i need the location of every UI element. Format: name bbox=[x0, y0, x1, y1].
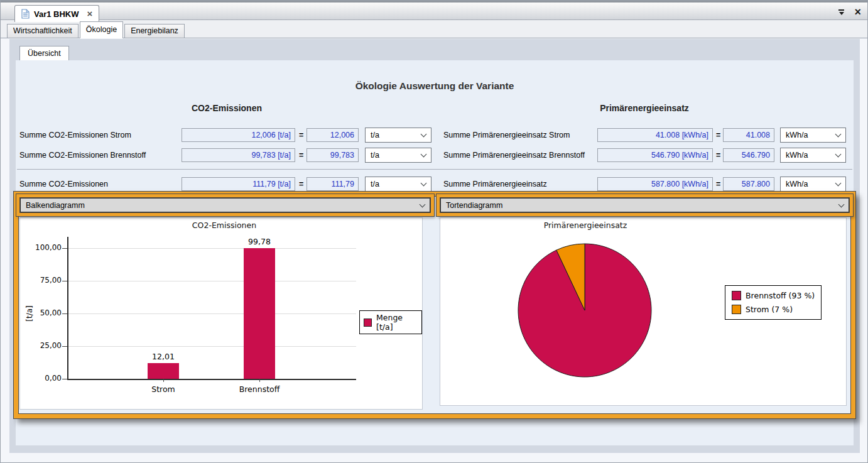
window-close-icon[interactable]: × bbox=[854, 8, 861, 16]
pie-chart-panel: Primärenergieeinsatz Brennstoff (93 %)St… bbox=[440, 217, 847, 406]
pie-chart bbox=[518, 243, 652, 378]
x-category-label: Brennstoff bbox=[222, 384, 297, 394]
document-tab-title: Var1 BHKW bbox=[34, 9, 79, 19]
y-tick-mark bbox=[62, 248, 67, 249]
tab-wirtschaftlichkeit[interactable]: Wirtschaftlichkeit bbox=[7, 24, 79, 38]
sum-separator-line bbox=[17, 169, 852, 170]
y-tick-mark bbox=[62, 313, 67, 314]
x-tick-mark bbox=[259, 379, 260, 382]
equals-sign: = bbox=[299, 128, 303, 143]
co2-strom-unit-select[interactable]: t/a bbox=[365, 128, 431, 143]
pie-chart-title: Primärenergieeinsatz bbox=[440, 221, 730, 230]
gridline bbox=[67, 248, 356, 249]
y-tick-mark bbox=[62, 379, 67, 379]
pe-row-strom-label: Summe Primärenergieeinsatz Strom bbox=[443, 128, 570, 143]
co2-strom-value-with-unit-field[interactable]: 12,006 [t/a] bbox=[182, 128, 295, 142]
pe-strom-unit-select[interactable]: kWh/a bbox=[780, 128, 846, 143]
pe-row-brennstoff-label: Summe Primärenergieeinsatz Brennstoff bbox=[443, 148, 585, 163]
y-tick-mark bbox=[62, 346, 67, 347]
co2-summe-unit-select[interactable]: t/a bbox=[365, 177, 431, 192]
x-category-label: Strom bbox=[126, 384, 201, 394]
bar-value-label: 99,78 bbox=[234, 237, 285, 246]
equals-sign: = bbox=[299, 177, 303, 192]
y-axis-label: [t/a] bbox=[25, 276, 34, 351]
document-tab-close-icon[interactable]: × bbox=[87, 10, 93, 18]
unit-select-value: kWh/a bbox=[786, 180, 808, 188]
pe-strom-value-field[interactable]: 41.008 bbox=[723, 128, 774, 142]
y-tick-label: 100,00 bbox=[25, 243, 62, 252]
chart-type-select-right[interactable]: Tortendiagramm bbox=[440, 198, 849, 212]
co2-brennstoff-value-field[interactable]: 99,783 bbox=[307, 148, 359, 162]
chevron-down-icon bbox=[421, 180, 427, 187]
co2-summe-value-with-unit-field[interactable]: 111,79 [t/a] bbox=[182, 177, 295, 191]
co2-section-heading: CO2-Emissionen bbox=[16, 103, 438, 113]
chevron-down-icon bbox=[835, 151, 842, 158]
bar-strom bbox=[148, 363, 179, 379]
co2-row-summe-label: Summe CO2-Emissionen bbox=[19, 177, 108, 192]
unit-select-value: t/a bbox=[371, 180, 379, 188]
unit-select-value: kWh/a bbox=[786, 131, 808, 139]
pe-summe-unit-select[interactable]: kWh/a bbox=[780, 177, 846, 192]
titlebar-icons: × bbox=[838, 8, 861, 16]
legend-entry: Strom (7 %) bbox=[732, 305, 815, 314]
legend-label: Menge [t/a] bbox=[376, 313, 418, 332]
document-tab[interactable]: Var1 BHKW × bbox=[14, 5, 99, 22]
co2-row-strom-label: Summe CO2-Emissionen Strom bbox=[19, 128, 131, 143]
co2-brennstoff-value-with-unit-field[interactable]: 99,783 [t/a] bbox=[182, 148, 295, 162]
document-tab-bar: Var1 BHKW × × bbox=[1, 1, 868, 20]
page-title: Ökologie Auswertung der Variante bbox=[16, 80, 854, 92]
tab-energiebilanz[interactable]: Energiebilanz bbox=[124, 24, 185, 38]
gridline bbox=[67, 346, 356, 347]
co2-row-brennstoff-label: Summe CO2-Emissionen Brennstoff bbox=[19, 148, 146, 163]
legend-label: Brennstoff (93 %) bbox=[746, 291, 815, 300]
chart-type-select-left-value: Balkendiagramm bbox=[26, 201, 85, 210]
pe-brennstoff-value-field[interactable]: 546.790 bbox=[723, 148, 774, 162]
legend-entry: Brennstoff (93 %) bbox=[732, 291, 815, 300]
legend-swatch bbox=[364, 319, 372, 327]
equals-sign: = bbox=[716, 128, 720, 143]
equals-sign: = bbox=[716, 177, 720, 192]
legend-entry: Menge [t/a] bbox=[364, 313, 418, 332]
pe-brennstoff-unit-select[interactable]: kWh/a bbox=[780, 148, 846, 163]
chevron-down-icon bbox=[421, 131, 427, 138]
co2-brennstoff-unit-select[interactable]: t/a bbox=[365, 148, 431, 163]
chevron-down-icon bbox=[421, 151, 427, 158]
unit-select-value: t/a bbox=[371, 131, 379, 139]
gridline bbox=[67, 313, 356, 314]
pe-row-summe-label: Summe Primärenergieeinsatz bbox=[443, 177, 547, 192]
bar-value-label: 12,01 bbox=[138, 352, 188, 361]
pe-summe-value-with-unit-field[interactable]: 587.800 [kWh/a] bbox=[597, 177, 713, 191]
y-tick-mark bbox=[62, 281, 67, 281]
tab-oekologie[interactable]: Ökologie bbox=[80, 21, 123, 38]
x-axis-line bbox=[67, 379, 356, 380]
x-tick-mark bbox=[163, 379, 164, 382]
unit-select-value: kWh/a bbox=[786, 151, 808, 160]
document-icon bbox=[21, 9, 30, 19]
equals-sign: = bbox=[716, 148, 720, 163]
chart-type-select-right-value: Tortendiagramm bbox=[446, 201, 502, 210]
bar-brennstoff bbox=[244, 248, 275, 379]
tab-bar: Wirtschaftlichkeit Ökologie Energiebilan… bbox=[1, 20, 868, 38]
legend-swatch bbox=[732, 305, 741, 314]
primary-energy-section-heading: Primärenergieeinsatz bbox=[434, 103, 855, 113]
bar-chart-legend: Menge [t/a] bbox=[359, 310, 422, 334]
pe-strom-value-with-unit-field[interactable]: 41.008 [kWh/a] bbox=[597, 128, 713, 142]
application-window: Var1 BHKW × × Wirtschaftlichkeit Ökologi… bbox=[0, 0, 868, 463]
window-menu-icon[interactable] bbox=[838, 9, 844, 15]
equals-sign: = bbox=[299, 148, 303, 163]
pe-summe-value-field[interactable]: 587.800 bbox=[723, 177, 774, 191]
chevron-down-icon bbox=[835, 180, 842, 187]
tab-uebersicht[interactable]: Übersicht bbox=[19, 46, 69, 60]
pie-chart-legend: Brennstoff (93 %)Strom (7 %) bbox=[725, 285, 822, 320]
bar-chart-panel: CO2-Emissionen 0,0025,0050,0075,00100,00… bbox=[19, 217, 423, 410]
chevron-down-icon bbox=[835, 131, 842, 138]
legend-label: Strom (7 %) bbox=[746, 305, 793, 314]
chevron-down-icon bbox=[838, 201, 845, 207]
legend-swatch bbox=[732, 291, 741, 300]
co2-summe-value-field[interactable]: 111,79 bbox=[307, 177, 359, 191]
chevron-down-icon bbox=[420, 201, 426, 207]
unit-select-value: t/a bbox=[371, 151, 379, 160]
co2-strom-value-field[interactable]: 12,006 bbox=[307, 128, 359, 142]
chart-type-select-left[interactable]: Balkendiagramm bbox=[20, 198, 430, 212]
pe-brennstoff-value-with-unit-field[interactable]: 546.790 [kWh/a] bbox=[597, 148, 713, 162]
